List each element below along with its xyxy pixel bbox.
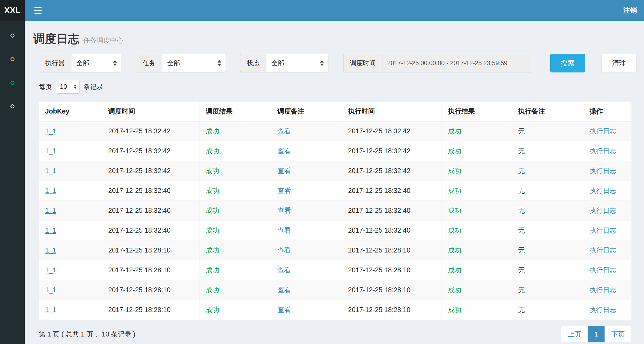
handle-result-text: 成功 (448, 207, 461, 214)
top-navbar: XXL 注销 (0, 0, 644, 21)
sidebar-item-3[interactable] (0, 71, 25, 94)
cell-trigger-time: 2017-12-25 18:28:10 (102, 240, 200, 260)
col-handle-msg: 执行备注 (512, 102, 583, 121)
cell-action: 执行日志 (583, 240, 632, 260)
cell-trigger-time: 2017-12-25 18:28:10 (102, 260, 200, 280)
next-page-button[interactable]: 下页 (605, 326, 631, 342)
cell-action: 执行日志 (583, 221, 632, 240)
pagination-summary: 第 1 页 ( 总共 1 页， 10 条记录 ) (39, 330, 135, 339)
exec-log-link[interactable]: 执行日志 (589, 147, 616, 155)
log-table-body: 1_1 2017-12-25 18:32:42 成功 查看 2017-12-25… (39, 121, 632, 320)
xxl-job-app: XXL 注销 调度日志 任务调度中心 执行器 全部 (0, 0, 644, 344)
exec-log-link[interactable]: 执行日志 (589, 127, 616, 135)
search-button[interactable]: 搜索 (550, 54, 585, 72)
col-trigger-time: 调度时间 (102, 102, 200, 121)
trigger-msg-link[interactable]: 查看 (277, 226, 291, 234)
col-action: 操作 (583, 102, 632, 121)
cell-trigger-time: 2017-12-25 18:28:10 (102, 300, 200, 320)
main-content: 调度日志 任务调度中心 执行器 全部 任务 全部 状态 (25, 21, 644, 344)
cell-handle-msg: 无 (512, 240, 583, 260)
pagination: 上页 1 下页 (561, 326, 631, 342)
executor-select[interactable]: 全部 (71, 54, 121, 72)
cell-trigger-result: 成功 (200, 280, 271, 300)
cell-handle-time: 2017-12-25 18:32:40 (342, 201, 442, 221)
sidebar-item-2[interactable] (0, 47, 25, 71)
handle-result-text: 成功 (448, 286, 461, 294)
table-footer: 第 1 页 ( 总共 1 页， 10 条记录 ) 上页 1 下页 (39, 326, 631, 342)
page-title: 调度日志 任务调度中心 (33, 33, 644, 45)
cell-trigger-result: 成功 (200, 181, 271, 201)
exec-log-link[interactable]: 执行日志 (589, 167, 616, 174)
trigger-time-range-input[interactable] (382, 54, 532, 72)
jobkey-link[interactable]: 1_1 (45, 246, 56, 254)
trigger-result-text: 成功 (206, 266, 219, 274)
sidebar-item-1[interactable] (0, 24, 25, 47)
trigger-msg-link[interactable]: 查看 (277, 167, 291, 174)
select-arrows-icon (74, 85, 77, 89)
page-title-text: 调度日志 (33, 33, 79, 45)
jobkey-link[interactable]: 1_1 (45, 226, 56, 234)
exec-log-link[interactable]: 执行日志 (589, 246, 616, 254)
app-logo[interactable]: XXL (0, 0, 25, 21)
sidebar-item-4[interactable] (0, 94, 25, 118)
current-page-button[interactable]: 1 (588, 326, 605, 342)
cell-action: 执行日志 (583, 300, 632, 320)
exec-log-link[interactable]: 执行日志 (589, 187, 616, 194)
exec-log-link[interactable]: 执行日志 (589, 266, 616, 274)
content-header: 调度日志 任务调度中心 (33, 33, 644, 45)
cell-jobkey: 1_1 (39, 221, 102, 240)
jobkey-link[interactable]: 1_1 (45, 286, 56, 294)
table-row: 1_1 2017-12-25 18:32:40 成功 查看 2017-12-25… (39, 181, 632, 201)
trigger-msg-link[interactable]: 查看 (277, 266, 291, 274)
cell-handle-msg: 无 (512, 300, 583, 320)
status-select-value: 全部 (271, 59, 284, 67)
jobkey-link[interactable]: 1_1 (45, 266, 56, 274)
filter-executor: 执行器 全部 (39, 54, 121, 72)
trigger-msg-link[interactable]: 查看 (277, 306, 291, 313)
jobkey-link[interactable]: 1_1 (45, 306, 56, 313)
trigger-msg-link[interactable]: 查看 (277, 246, 291, 254)
table-row: 1_1 2017-12-25 18:32:40 成功 查看 2017-12-25… (39, 221, 632, 240)
cell-handle-result: 成功 (442, 181, 512, 201)
trigger-msg-link[interactable]: 查看 (277, 187, 291, 194)
page-size-select[interactable]: 10 (56, 80, 79, 94)
trigger-msg-link[interactable]: 查看 (277, 127, 291, 135)
col-jobkey: JobKey (39, 102, 102, 121)
cell-trigger-time: 2017-12-25 18:32:42 (102, 141, 200, 161)
trigger-msg-link[interactable]: 查看 (277, 147, 291, 155)
clear-button[interactable]: 清理 (601, 54, 636, 72)
cell-jobkey: 1_1 (39, 141, 102, 161)
cell-jobkey: 1_1 (39, 201, 102, 221)
cell-action: 执行日志 (583, 260, 632, 280)
jobkey-link[interactable]: 1_1 (45, 207, 56, 214)
page-size-prefix: 每页 (39, 82, 52, 91)
job-select[interactable]: 全部 (162, 54, 226, 72)
status-select[interactable]: 全部 (266, 54, 328, 72)
cell-handle-result: 成功 (442, 240, 512, 260)
prev-page-button[interactable]: 上页 (561, 326, 588, 342)
exec-log-link[interactable]: 执行日志 (589, 306, 616, 313)
filter-job: 任务 全部 (136, 54, 226, 72)
logout-link[interactable]: 注销 (623, 6, 637, 15)
cell-trigger-time: 2017-12-25 18:32:40 (102, 221, 200, 240)
cell-trigger-time: 2017-12-25 18:32:42 (102, 161, 200, 181)
exec-log-link[interactable]: 执行日志 (589, 207, 616, 214)
trigger-msg-link[interactable]: 查看 (277, 207, 291, 214)
jobkey-link[interactable]: 1_1 (45, 187, 56, 194)
col-trigger-msg: 调度备注 (271, 102, 342, 121)
cell-handle-result: 成功 (442, 260, 512, 280)
exec-log-link[interactable]: 执行日志 (589, 226, 616, 234)
sidebar-toggle-icon[interactable] (34, 7, 42, 14)
exec-log-link[interactable]: 执行日志 (589, 286, 616, 294)
cell-handle-result: 成功 (442, 141, 512, 161)
handle-result-text: 成功 (448, 226, 461, 234)
cell-handle-time: 2017-12-25 18:28:10 (342, 260, 442, 280)
circle-icon (10, 81, 15, 85)
jobkey-link[interactable]: 1_1 (45, 167, 56, 174)
trigger-msg-link[interactable]: 查看 (277, 286, 291, 294)
trigger-result-text: 成功 (206, 187, 219, 194)
jobkey-link[interactable]: 1_1 (45, 147, 56, 155)
cell-trigger-msg: 查看 (271, 201, 342, 221)
jobkey-link[interactable]: 1_1 (45, 127, 56, 135)
select-arrows-icon (113, 60, 117, 66)
